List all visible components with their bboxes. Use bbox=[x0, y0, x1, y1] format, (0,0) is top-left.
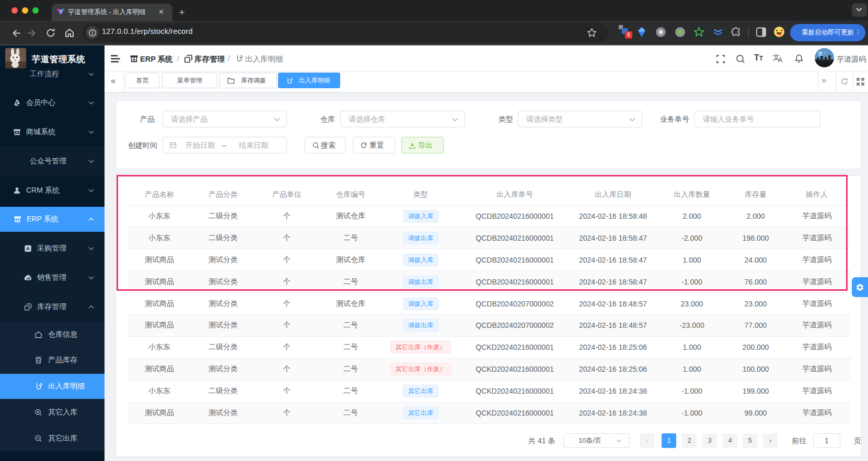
svg-text:⑂: ⑂ bbox=[824, 51, 826, 56]
svg-text:A: A bbox=[26, 246, 30, 251]
svg-text:文: 文 bbox=[818, 51, 823, 56]
